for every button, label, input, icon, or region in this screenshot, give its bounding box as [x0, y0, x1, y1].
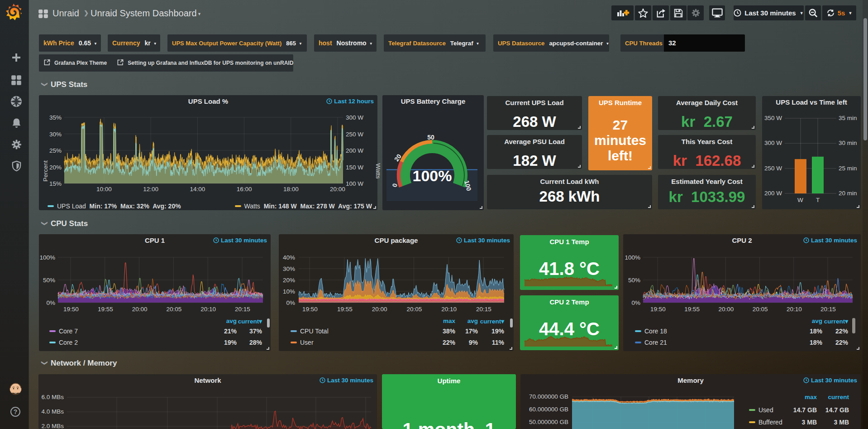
svg-text:100%: 100%: [413, 167, 452, 184]
svg-text:50: 50: [427, 134, 434, 141]
